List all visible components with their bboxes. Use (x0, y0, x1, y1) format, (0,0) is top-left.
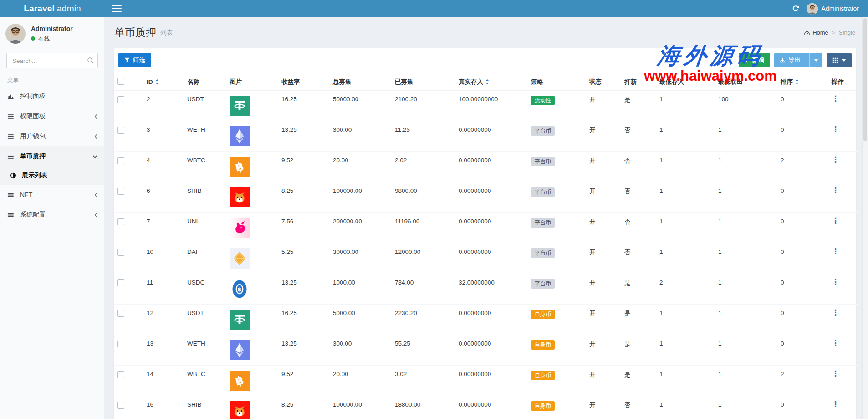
sidebar-item-NFT[interactable]: NFT (0, 185, 104, 205)
cell-raised: 2100.20 (395, 96, 417, 103)
column-header-ID[interactable]: ID (143, 73, 184, 91)
breadcrumb: Home > Single (804, 29, 855, 36)
row-actions-button[interactable]: ⋮ (832, 248, 839, 255)
table-row: 3WETH13.25300.0011.250.00000000平台币开否110⋮ (114, 121, 858, 152)
list-icon (7, 212, 17, 218)
cell-id: 12 (147, 310, 153, 316)
strategy-badge: 平台币 (531, 279, 555, 289)
cell-min-withdraw: 1 (718, 371, 722, 378)
row-actions-button[interactable]: ⋮ (832, 371, 839, 377)
app-brand[interactable]: Laravel admin (0, 0, 105, 17)
filter-icon (124, 57, 130, 63)
scrollbar-thumb[interactable] (863, 18, 867, 141)
column-header-打新: 打新 (621, 73, 656, 91)
online-status: 在线 (31, 35, 73, 43)
sidebar-group: 单币质押展示列表 (0, 146, 104, 185)
search-icon[interactable] (87, 57, 94, 64)
columns-button[interactable] (827, 53, 852, 67)
cell-id: 16 (147, 401, 153, 408)
row-checkbox[interactable] (117, 157, 124, 164)
cell-min-deposit: 1 (659, 340, 663, 347)
sidebar-subitem-展示列表[interactable]: 展示列表 (0, 166, 104, 185)
column-label: 策略 (531, 78, 543, 86)
row-actions-button[interactable]: ⋮ (832, 157, 839, 163)
cell-total-raise: 20.00 (333, 371, 348, 378)
cell-real-deposit: 100.00000000 (459, 96, 498, 103)
search-input[interactable] (6, 53, 98, 68)
row-checkbox[interactable] (117, 402, 124, 409)
cell-raised: 11196.00 (395, 218, 419, 225)
table-row: 6SHIB8.25100000.009800.000.00000000平台币开否… (114, 182, 858, 213)
sidebar-item-系统配置[interactable]: 系统配置 (0, 205, 104, 225)
strategy-badge: 平台币 (531, 126, 555, 136)
user-menu[interactable]: Administrator (807, 3, 859, 15)
main-content: 单币质押 列表 Home > Single 筛选 + 新增 (105, 17, 868, 419)
row-checkbox[interactable] (117, 279, 124, 286)
cell-real-deposit: 0.00000000 (459, 401, 491, 408)
weth-icon (230, 126, 274, 146)
select-all-checkbox[interactable] (117, 78, 124, 85)
row-actions-button[interactable]: ⋮ (832, 279, 839, 285)
cell-status: 开 (589, 310, 596, 317)
cell-name: DAI (187, 248, 198, 255)
usdc-icon: $ (230, 279, 274, 299)
sidebar-toggle-icon[interactable] (112, 5, 122, 12)
cell-status: 开 (589, 218, 596, 225)
row-actions-button[interactable]: ⋮ (832, 218, 839, 224)
cell-new-listing: 否 (624, 157, 631, 164)
row-actions-button[interactable]: ⋮ (832, 310, 839, 316)
page-subtitle: 列表 (160, 29, 173, 37)
row-checkbox[interactable] (117, 188, 124, 195)
cell-raised: 3.02 (395, 371, 407, 378)
row-actions-button[interactable]: ⋮ (832, 126, 839, 133)
column-header-已募集: 已募集 (391, 73, 455, 91)
online-status-dot (31, 36, 35, 41)
cell-min-deposit: 1 (659, 126, 663, 133)
filter-button[interactable]: 筛选 (118, 53, 151, 67)
list-card: 筛选 + 新增 导出 (114, 48, 856, 419)
sidebar-item-label: 用户钱包 (20, 132, 46, 140)
cell-new-listing: 是 (624, 341, 631, 347)
cell-rate: 16.25 (281, 96, 297, 103)
refresh-icon[interactable] (792, 5, 799, 12)
cell-name: USDT (187, 96, 204, 103)
export-button[interactable]: 导出 (774, 53, 806, 67)
cell-min-deposit: 1 (659, 218, 663, 225)
page-scrollbar[interactable] (862, 17, 868, 419)
row-actions-button[interactable]: ⋮ (832, 340, 839, 347)
cell-rate: 13.25 (281, 126, 297, 133)
cell-new-listing: 否 (624, 249, 631, 256)
breadcrumb-home-link[interactable]: Home (804, 29, 828, 36)
cell-real-deposit: 0.00000000 (459, 371, 491, 378)
add-button[interactable]: + 新增 (739, 53, 770, 67)
row-checkbox[interactable] (117, 127, 124, 134)
column-label: 排序 (781, 78, 793, 86)
chevron-left-icon (94, 192, 98, 198)
cell-status: 开 (589, 188, 596, 195)
row-checkbox[interactable] (117, 96, 124, 103)
cell-real-deposit: 0.00000000 (459, 310, 491, 316)
strategy-badge: 平台币 (531, 218, 555, 228)
cell-id: 3 (147, 126, 150, 133)
export-dropdown-toggle[interactable] (809, 53, 822, 67)
row-actions-button[interactable]: ⋮ (832, 96, 839, 102)
cell-total-raise: 20.00 (333, 157, 348, 164)
sidebar-item-控制面板[interactable]: 控制面板 (0, 86, 104, 106)
row-checkbox[interactable] (117, 249, 124, 256)
column-header-排序[interactable]: 排序 (777, 73, 828, 91)
sidebar-item-单币质押[interactable]: 单币质押 (0, 146, 104, 166)
cell-min-deposit: 2 (659, 279, 663, 286)
row-checkbox[interactable] (117, 218, 124, 225)
cell-name: UNI (187, 218, 198, 225)
row-actions-button[interactable]: ⋮ (832, 401, 839, 408)
sidebar-item-用户钱包[interactable]: 用户钱包 (0, 126, 104, 146)
sidebar-item-label: 单币质押 (20, 152, 46, 160)
row-checkbox[interactable] (117, 341, 124, 347)
cell-new-listing: 是 (624, 279, 631, 286)
row-checkbox[interactable] (117, 371, 124, 378)
column-header-真实存入[interactable]: 真实存入 (455, 73, 527, 91)
circle-half-icon (10, 172, 19, 179)
sidebar-item-权限面板[interactable]: 权限面板 (0, 106, 104, 126)
row-checkbox[interactable] (117, 310, 124, 317)
row-actions-button[interactable]: ⋮ (832, 187, 839, 194)
